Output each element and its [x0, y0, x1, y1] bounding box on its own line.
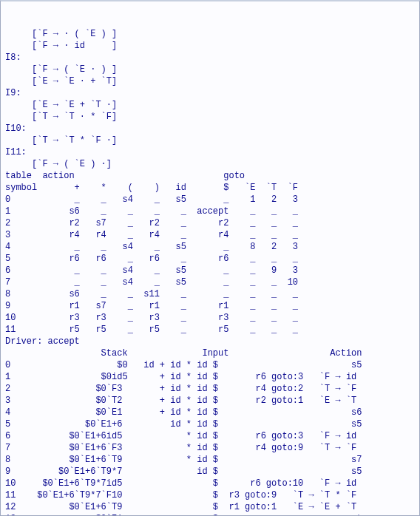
terminal-output: [`F → · ( `E ) ] [`F → · id ] I8: [`F → …: [5, 28, 415, 516]
